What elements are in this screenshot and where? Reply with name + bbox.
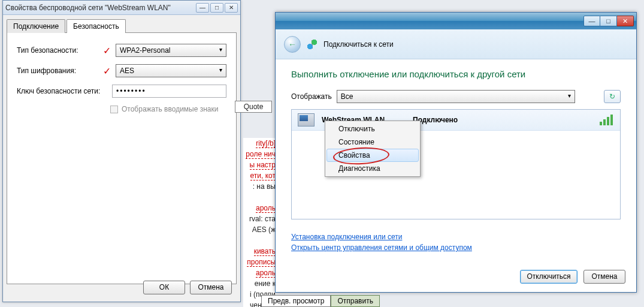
titlebar[interactable]: Свойства беспроводной сети "WebStream WL… — [3, 1, 240, 15]
background-text: rity[/b] роле нич ы настр ети, кот : на … — [243, 138, 276, 307]
checkmark-icon: ✓ — [101, 65, 112, 77]
security-type-combo[interactable]: WPA2-Personal — [116, 44, 226, 57]
ctx-disconnect[interactable]: Отключить — [326, 122, 419, 136]
security-key-label: Ключ безопасности сети: — [17, 87, 108, 95]
show-chars-label: Отображать вводимые знаки — [122, 105, 218, 113]
encryption-type-value: AES — [120, 67, 134, 75]
security-type-value: WPA2-Personal — [120, 46, 170, 55]
window-title: Свойства беспроводной сети "WebStream WL… — [5, 4, 196, 12]
maximize-button[interactable]: □ — [600, 16, 617, 26]
tab-connection[interactable]: Подключение — [7, 19, 65, 33]
connect-network-window: — □ ✕ ← Подключиться к сети Выполнить от… — [275, 12, 637, 293]
show-chars-checkbox[interactable] — [110, 106, 118, 113]
ctx-diagnostics[interactable]: Диагностика — [326, 162, 419, 175]
link-network-center[interactable]: Открыть центр управления сетями и общим … — [291, 243, 621, 252]
preview-button[interactable]: Предв. просмотр — [261, 295, 331, 307]
security-key-value: •••••••• — [116, 87, 146, 95]
security-key-input[interactable]: •••••••• — [112, 85, 226, 98]
security-type-label: Тип безопасности: — [17, 46, 98, 55]
quote-button[interactable]: Quote — [235, 101, 272, 113]
window-heading: Подключиться к сети — [323, 40, 394, 49]
ctx-properties[interactable]: Свойства — [326, 149, 419, 162]
minimize-button[interactable]: — — [583, 16, 600, 26]
ok-button[interactable]: ОК — [143, 281, 185, 294]
network-icon — [307, 39, 318, 50]
send-button[interactable]: Отправить — [331, 295, 380, 307]
tab-security[interactable]: Безопасность — [66, 19, 126, 33]
disconnect-button[interactable]: Отключиться — [520, 270, 578, 284]
maximize-button[interactable]: □ — [210, 3, 223, 13]
titlebar[interactable]: — □ ✕ — [276, 13, 636, 29]
close-button[interactable]: ✕ — [225, 3, 238, 13]
signal-bars-icon — [600, 115, 614, 125]
page-title: Выполнить отключение или подключиться к … — [291, 69, 621, 79]
wireless-properties-window: Свойства беспроводной сети "WebStream WL… — [2, 0, 241, 302]
filter-label: Отображать — [291, 92, 332, 101]
ctx-status[interactable]: Состояние — [326, 136, 419, 149]
encryption-type-label: Тип шифрования: — [17, 67, 98, 75]
cancel-button[interactable]: Отмена — [583, 270, 625, 284]
security-panel: Тип безопасности: ✓ WPA2-Personal Тип ши… — [7, 32, 237, 284]
checkmark-icon: ✓ — [101, 45, 112, 56]
computer-icon — [298, 113, 315, 127]
context-menu: Отключить Состояние Свойства Диагностика — [325, 121, 421, 177]
link-setup-connection[interactable]: Установка подключения или сети — [291, 233, 621, 241]
back-button[interactable]: ← — [284, 36, 301, 53]
close-button[interactable]: ✕ — [617, 16, 634, 26]
minimize-button[interactable]: — — [196, 3, 209, 13]
encryption-type-combo[interactable]: AES — [116, 64, 226, 77]
cancel-button[interactable]: Отмена — [190, 281, 232, 294]
refresh-button[interactable]: ↻ — [604, 90, 621, 103]
filter-combo[interactable]: Все — [337, 90, 575, 103]
filter-value: Все — [341, 92, 353, 101]
